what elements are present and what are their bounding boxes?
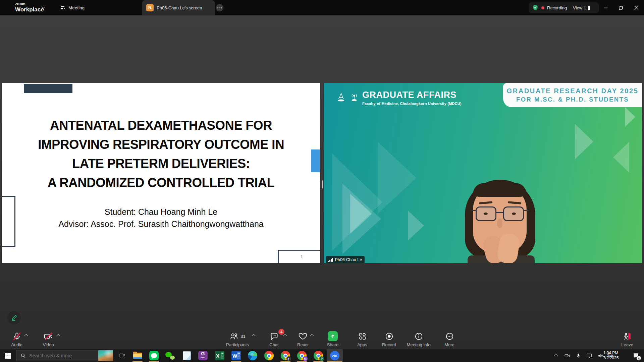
- camera-muted-icon: [44, 331, 53, 341]
- broadcast-icon: [350, 90, 359, 105]
- record-label: Record: [374, 342, 404, 347]
- line-app[interactable]: [146, 349, 162, 362]
- close-button[interactable]: [629, 0, 644, 15]
- file-explorer-app[interactable]: [129, 349, 146, 362]
- pdf-app[interactable]: G PDF: [195, 349, 211, 362]
- search-input[interactable]: [29, 353, 90, 358]
- chrome-icon: ▸: [281, 351, 290, 360]
- react-label: React: [288, 342, 318, 347]
- tab-options-icon[interactable]: [216, 4, 223, 11]
- people-icon: [60, 5, 66, 11]
- more-icon: [445, 332, 454, 341]
- signal-bars-icon: [328, 258, 333, 262]
- participant-name: Ph06-Chau Le: [335, 257, 362, 262]
- record-button[interactable]: Record: [374, 331, 404, 349]
- participant-name-tag: Ph06-Chau Le: [326, 256, 365, 263]
- search-daily-image[interactable]: [98, 350, 113, 361]
- chrome-profile1-app[interactable]: ▸: [277, 349, 293, 362]
- taskbar-clock[interactable]: 1:34 PM 7/2/2025: [601, 349, 620, 362]
- chrome-app[interactable]: [261, 349, 277, 362]
- leave-button[interactable]: Leave: [612, 331, 642, 349]
- advisor-line: Advisor: Assoc. Prof. Surasith Chaithong…: [2, 218, 320, 230]
- chat-badge: 4: [278, 329, 284, 335]
- leave-icon: [623, 331, 632, 341]
- share-label: Share: [318, 342, 348, 347]
- zoom-workplace-logo[interactable]: zoom Workplace: [15, 2, 44, 12]
- view-layout-icon: [585, 6, 590, 10]
- glasses-temple: [523, 210, 529, 211]
- slide-title-line: LATE PRETERM DELIVERIES:: [2, 154, 320, 173]
- university-emblem-icon: [336, 90, 346, 105]
- tray-network-icon: [586, 353, 592, 359]
- wechat-app[interactable]: [162, 349, 178, 362]
- close-icon: [634, 6, 639, 10]
- chrome-profile2-app[interactable]: M: [294, 349, 310, 362]
- file-explorer-icon: [133, 351, 142, 360]
- tray-hidden-icons[interactable]: [550, 349, 561, 362]
- zoom-app[interactable]: zm: [327, 349, 343, 362]
- windows-taskbar: G PDF X W ▸ M P zm: [0, 349, 644, 362]
- apps-label: Apps: [347, 342, 377, 347]
- participant-video: GRADUATE AFFAIRS Faculty of Medicine, Ch…: [324, 83, 642, 263]
- leave-label: Leave: [612, 342, 642, 347]
- slide-title-line: A RANDOMIZED CONTROLLED TRIAL: [2, 173, 320, 192]
- video-options-chevron[interactable]: [56, 334, 60, 338]
- annotation-button[interactable]: [7, 311, 21, 324]
- react-button[interactable]: React: [288, 331, 318, 349]
- meeting-info-button[interactable]: Meeting info: [404, 331, 434, 349]
- pdf-app-letter: G: [198, 351, 208, 357]
- notes-app[interactable]: [179, 349, 195, 362]
- participants-button[interactable]: 31 Participants: [222, 331, 253, 349]
- slide-navy-rectangle: [24, 84, 72, 93]
- shield-icon[interactable]: [532, 4, 539, 11]
- task-view-button[interactable]: [115, 349, 129, 362]
- excel-app[interactable]: X: [212, 349, 228, 362]
- notification-badge: 4: [636, 356, 641, 361]
- chrome-icon: M: [297, 351, 307, 360]
- tray-camera[interactable]: [561, 349, 573, 362]
- slide-page-box: 1: [278, 250, 320, 263]
- person-nose: [497, 219, 502, 228]
- more-button[interactable]: More: [434, 331, 465, 349]
- heart-icon: [298, 331, 308, 341]
- pdf-app-sub: PDF: [198, 357, 208, 359]
- view-button[interactable]: View: [573, 5, 590, 10]
- apps-button[interactable]: Apps: [347, 331, 377, 349]
- start-button[interactable]: [0, 349, 15, 362]
- tab-meeting[interactable]: Meeting: [56, 0, 89, 15]
- panel-divider-handle[interactable]: [320, 180, 323, 189]
- slide-outlined-rectangle: [2, 196, 15, 247]
- tray-network[interactable]: [584, 349, 595, 362]
- slide-title-line: ANTENATAL DEXAMETHASONE FOR: [2, 116, 320, 135]
- microphone-muted-icon: [12, 332, 21, 341]
- task-view-icon: [119, 353, 125, 359]
- restore-button[interactable]: [613, 0, 629, 15]
- audio-button[interactable]: Audio: [8, 331, 25, 349]
- windows-logo-icon: [5, 353, 11, 359]
- line-icon: [149, 351, 159, 360]
- word-app[interactable]: W: [228, 349, 244, 362]
- meeting-status: Recording View: [529, 2, 599, 13]
- edge-app[interactable]: [245, 349, 261, 362]
- event-title-line2: FOR M.SC. & PH.D. STUDENTS: [503, 96, 642, 103]
- chrome-profile3-app[interactable]: P: [310, 349, 326, 362]
- avatar: PL: [146, 4, 154, 11]
- clock-date: 7/2/2025: [601, 356, 620, 361]
- person-eye: [512, 213, 516, 215]
- profile-badge: M: [303, 356, 308, 361]
- notification-center[interactable]: 4: [629, 349, 643, 362]
- share-button[interactable]: Share: [318, 331, 348, 349]
- video-button[interactable]: Video: [40, 331, 57, 349]
- profile-badge: P: [319, 356, 324, 361]
- audio-label: Audio: [8, 342, 25, 347]
- taskbar-search[interactable]: [16, 350, 113, 361]
- shared-screen-slide: ANTENATAL DEXAMETHASONE FOR IMPROVING RE…: [2, 83, 320, 263]
- participant-person: [324, 83, 642, 263]
- more-label: More: [434, 342, 465, 347]
- tab-shared-screen[interactable]: PL Ph06-Chau Le's screen: [142, 0, 215, 15]
- minimize-button[interactable]: [598, 0, 613, 15]
- slide-blue-rectangle: [311, 149, 320, 172]
- slide-page-number: 1: [279, 253, 320, 259]
- event-title-line1: GRADUATE RESEARCH DAY 2025: [503, 87, 642, 95]
- tray-microphone[interactable]: [573, 349, 584, 362]
